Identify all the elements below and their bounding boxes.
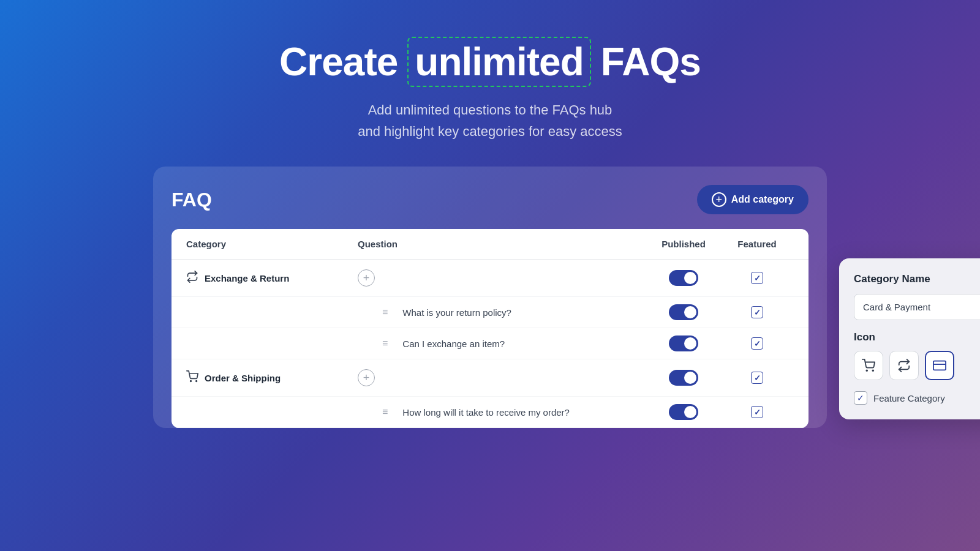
faq-title: FAQ xyxy=(172,189,212,211)
svg-point-2 xyxy=(866,370,867,372)
exchange-return-label: Exchange & Return xyxy=(205,273,289,283)
title-end: FAQs xyxy=(601,39,701,84)
faq-card-header: FAQ + Add category xyxy=(172,185,809,214)
category-name-popup: Category Name Icon xyxy=(839,258,980,419)
plus-icon: + xyxy=(712,192,726,207)
order-shipping-label: Order & Shipping xyxy=(205,373,281,383)
popup-title: Category Name xyxy=(854,273,980,285)
table-header: Category Question Published Featured xyxy=(172,229,809,260)
category-name-input[interactable] xyxy=(854,294,980,320)
table-row: ≡ Can I exchange an item? ✓ xyxy=(172,328,809,359)
title-highlight: unlimited xyxy=(407,37,590,87)
card-icon-option[interactable] xyxy=(925,351,954,380)
subtitle: Add unlimited questions to the FAQs hub … xyxy=(279,99,701,142)
question-published-toggle[interactable] xyxy=(647,404,720,420)
col-category: Category xyxy=(186,239,358,249)
add-category-button[interactable]: + Add category xyxy=(697,185,809,214)
question-published-toggle[interactable] xyxy=(647,304,720,320)
question-text: ≡ How long will it take to receive my or… xyxy=(358,407,647,418)
question-text: ≡ What is your return policy? xyxy=(358,307,647,318)
category-featured-checkbox[interactable]: ✓ xyxy=(720,272,794,284)
subtitle-line2: and highlight key categories for easy ac… xyxy=(279,121,701,142)
question-label: How long will it take to receive my orde… xyxy=(402,407,570,418)
svg-point-3 xyxy=(872,370,873,372)
feature-category-label: Feature Category xyxy=(873,393,945,403)
faq-table: Category Question Published Featured Exc… xyxy=(172,229,809,428)
feature-category-checkbox[interactable]: ✓ xyxy=(854,391,867,405)
col-featured: Featured xyxy=(720,239,794,249)
subtitle-line1: Add unlimited questions to the FAQs hub xyxy=(279,99,701,121)
question-label: Can I exchange an item? xyxy=(402,339,505,349)
add-question-cell: + xyxy=(358,269,647,287)
add-question-icon[interactable]: + xyxy=(358,269,375,287)
table-row: Exchange & Return + ✓ xyxy=(172,260,809,297)
add-question-icon[interactable]: + xyxy=(358,369,375,386)
feature-category-row: ✓ Feature Category xyxy=(854,391,980,405)
drag-handle-icon[interactable]: ≡ xyxy=(358,338,388,349)
category-published-toggle[interactable] xyxy=(647,270,720,286)
category-order-shipping: Order & Shipping xyxy=(186,370,358,386)
col-published: Published xyxy=(647,239,720,249)
faq-card: FAQ + Add category Category Question Pub… xyxy=(153,167,827,428)
drag-handle-icon[interactable]: ≡ xyxy=(358,307,388,318)
add-category-label: Add category xyxy=(731,194,794,205)
cart-icon-option[interactable] xyxy=(854,351,883,380)
question-label: What is your return policy? xyxy=(402,307,511,318)
question-featured-checkbox[interactable]: ✓ xyxy=(720,306,794,318)
drag-handle-icon[interactable]: ≡ xyxy=(358,407,388,418)
title-start: Create xyxy=(279,39,398,84)
page-header: Create unlimited FAQs Add unlimited ques… xyxy=(267,0,713,167)
svg-point-0 xyxy=(190,381,192,382)
add-question-cell: + xyxy=(358,369,647,386)
col-question: Question xyxy=(358,239,647,249)
category-published-toggle[interactable] xyxy=(647,370,720,386)
question-published-toggle[interactable] xyxy=(647,335,720,351)
question-featured-checkbox[interactable]: ✓ xyxy=(720,337,794,350)
question-featured-checkbox[interactable]: ✓ xyxy=(720,406,794,418)
question-text: ≡ Can I exchange an item? xyxy=(358,338,647,349)
exchange-icon-option[interactable] xyxy=(889,351,919,380)
order-shipping-icon xyxy=(186,370,198,386)
table-row: ≡ How long will it take to receive my or… xyxy=(172,397,809,428)
table-row: Order & Shipping + ✓ xyxy=(172,359,809,397)
svg-rect-4 xyxy=(933,361,946,370)
category-featured-checkbox[interactable]: ✓ xyxy=(720,372,794,384)
svg-point-1 xyxy=(196,381,197,382)
icon-label: Icon xyxy=(854,331,980,343)
main-title: Create unlimited FAQs xyxy=(279,37,701,87)
exchange-return-icon xyxy=(186,271,198,286)
table-row: ≡ What is your return policy? ✓ xyxy=(172,297,809,328)
category-exchange-return: Exchange & Return xyxy=(186,271,358,286)
icon-options-group xyxy=(854,351,980,380)
